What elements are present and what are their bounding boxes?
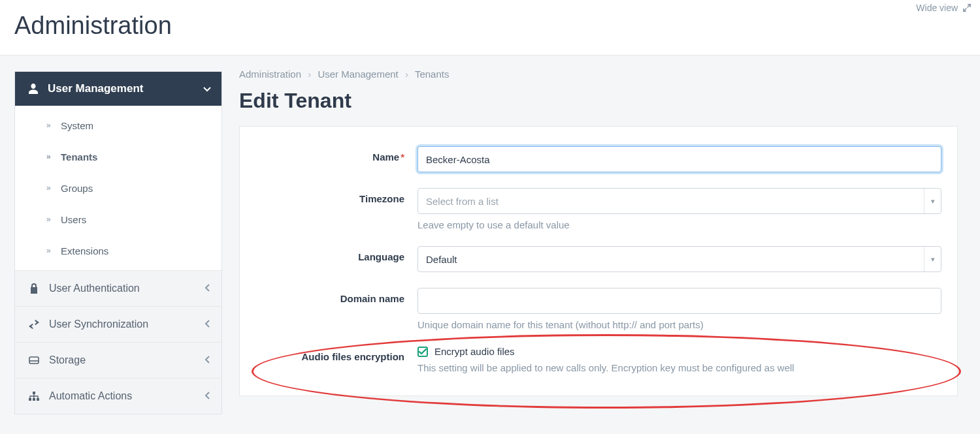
sidebar-item-label: Groups — [61, 183, 93, 194]
sitemap-icon — [27, 392, 41, 401]
sidebar-section-user-authentication[interactable]: User Authentication — [15, 270, 221, 306]
user-icon — [27, 84, 40, 94]
sidebar-section-user-synchronization[interactable]: User Synchronization — [15, 306, 221, 342]
svg-rect-2 — [33, 392, 35, 394]
timezone-placeholder: Select from a list — [426, 196, 498, 207]
required-marker: * — [400, 151, 404, 163]
sidebar-section-user-management[interactable]: User Management — [15, 72, 221, 106]
raquo-icon: » — [46, 215, 51, 224]
label-domain: Domain name — [255, 288, 417, 304]
sidebar-section-automatic-actions[interactable]: Automatic Actions — [15, 378, 221, 414]
chevron-left-icon — [204, 354, 210, 366]
chevron-left-icon — [204, 318, 210, 330]
sync-icon — [27, 320, 41, 329]
raquo-icon: » — [46, 246, 51, 255]
sidebar-item-label: Tenants — [61, 151, 97, 163]
svg-rect-4 — [33, 398, 35, 401]
encrypt-audio-checkbox[interactable]: Encrypt audio files — [417, 346, 941, 357]
raquo-icon: » — [46, 121, 51, 130]
sidebar-item-label: Users — [61, 214, 86, 225]
label-encryption: Audio files encryption — [255, 346, 417, 362]
svg-rect-5 — [37, 398, 39, 401]
expand-icon — [963, 4, 971, 12]
lock-icon — [27, 283, 41, 294]
sidebar-item-label: Extensions — [61, 245, 108, 256]
sidebar-item-groups[interactable]: »Groups — [15, 172, 221, 204]
language-value: Default — [426, 254, 457, 265]
label-timezone: Timezone — [255, 188, 417, 204]
sidebar-section-label: User Synchronization — [49, 318, 148, 330]
label-language: Language — [255, 246, 417, 262]
wide-view-label: Wide view — [916, 3, 958, 13]
breadcrumb-administration[interactable]: Administration — [239, 69, 301, 80]
wide-view-toggle[interactable]: Wide view — [916, 3, 971, 13]
sidebar-item-extensions[interactable]: »Extensions — [15, 235, 221, 266]
breadcrumb-user-management[interactable]: User Management — [318, 69, 398, 80]
sidebar-section-label: Automatic Actions — [49, 390, 132, 402]
breadcrumb-sep: › — [308, 69, 311, 80]
sidebar-item-label: System — [61, 120, 93, 131]
chevron-left-icon — [204, 283, 210, 294]
label-name: Name* — [255, 146, 417, 163]
raquo-icon: » — [46, 183, 51, 193]
encrypt-audio-label: Encrypt audio files — [434, 346, 515, 357]
sidebar-section-label: User Authentication — [49, 283, 140, 294]
sidebar-section-storage[interactable]: Storage — [15, 342, 221, 378]
timezone-select[interactable]: Select from a list ▾ — [417, 188, 941, 214]
sidebar-section-label: Storage — [49, 354, 86, 366]
breadcrumb: Administration › User Management › Tenan… — [239, 69, 958, 80]
raquo-icon: » — [46, 152, 51, 161]
page-title-top: Administration — [0, 0, 980, 40]
name-input[interactable] — [417, 146, 941, 172]
chevron-left-icon — [204, 390, 210, 402]
checkbox-checked-icon — [417, 347, 428, 357]
sidebar-item-users[interactable]: »Users — [15, 204, 221, 235]
breadcrumb-tenants: Tenants — [415, 69, 449, 80]
domain-help: Unique domain name for this tenant (with… — [417, 319, 941, 330]
sidebar-item-system[interactable]: »System — [15, 110, 221, 141]
storage-icon — [27, 356, 41, 364]
page-title: Edit Tenant — [239, 89, 958, 113]
sidebar-header-label: User Management — [48, 82, 143, 95]
caret-down-icon: ▾ — [924, 189, 941, 213]
caret-down-icon: ▾ — [924, 247, 941, 271]
breadcrumb-sep: › — [405, 69, 408, 80]
sidebar: User Management »System »Tenants »Groups… — [14, 71, 222, 414]
chevron-down-icon — [203, 82, 211, 95]
timezone-help: Leave empty to use a default value — [417, 219, 941, 230]
language-select[interactable]: Default ▾ — [417, 246, 941, 272]
svg-rect-0 — [29, 357, 39, 364]
form-card: Name* Timezone Select from a list ▾ Leav… — [239, 126, 958, 396]
svg-rect-3 — [29, 398, 31, 401]
sidebar-item-tenants[interactable]: »Tenants — [15, 141, 221, 172]
domain-input[interactable] — [417, 288, 941, 314]
encryption-help: This setting will be applied to new call… — [417, 362, 941, 373]
